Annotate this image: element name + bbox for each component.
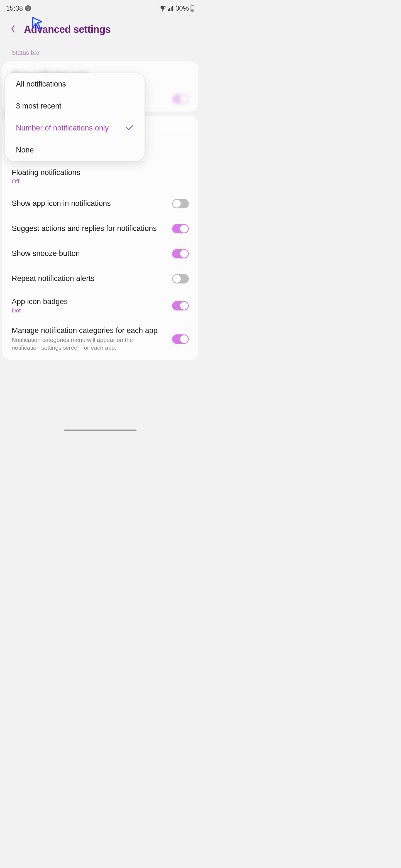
notification-count-badge: 1 xyxy=(25,5,31,11)
row-show-snooze[interactable]: Show snooze button xyxy=(2,241,198,266)
checkmark-icon xyxy=(125,125,134,132)
row-repeat-alerts[interactable]: Repeat notification alerts xyxy=(2,266,198,291)
row-title: Repeat notification alerts xyxy=(12,274,172,283)
row-title: Floating notifications xyxy=(12,168,189,177)
row-description: Notification categories menu will appear… xyxy=(12,336,159,352)
page-header: Advanced settings xyxy=(0,15,200,41)
wifi-icon xyxy=(159,5,166,11)
popup-item-none[interactable]: None xyxy=(5,139,145,161)
row-show-app-icon[interactable]: Show app icon in notifications xyxy=(2,191,198,216)
row-title: Suggest actions and replies for notifica… xyxy=(12,224,172,233)
svg-point-0 xyxy=(162,9,163,10)
system-status-bar: 15:38 1 30% xyxy=(0,0,200,15)
row-app-icon-badges[interactable]: App icon badges Dot xyxy=(2,291,198,320)
row-suggest-actions[interactable]: Suggest actions and replies for notifica… xyxy=(2,216,198,241)
row-manage-categories[interactable]: Manage notification categories for each … xyxy=(2,320,198,360)
popup-item-label: None xyxy=(16,146,34,154)
status-left-group: 15:38 1 xyxy=(6,4,31,12)
battery-percent: 30% xyxy=(175,4,189,12)
toggle-battery-percentage[interactable] xyxy=(172,94,189,104)
row-title: Show snooze button xyxy=(12,249,172,258)
cursor-pointer-icon xyxy=(32,17,44,31)
row-floating-notifications[interactable]: Floating notifications Off xyxy=(2,162,198,191)
svg-rect-2 xyxy=(169,8,170,11)
gesture-nav-bar[interactable] xyxy=(64,430,137,431)
status-time: 15:38 xyxy=(6,4,23,12)
signal-icon xyxy=(168,6,174,11)
toggle-suggest-actions[interactable] xyxy=(172,224,189,234)
popup-item-label: Number of notifications only xyxy=(16,124,109,132)
popup-item-label: 3 most recent xyxy=(16,102,61,111)
svg-rect-4 xyxy=(172,6,173,11)
row-title: App icon badges xyxy=(12,298,172,306)
row-title: Manage notification categories for each … xyxy=(12,326,159,335)
row-subtitle: Off xyxy=(12,178,189,185)
row-subtitle: Dot xyxy=(12,307,172,314)
toggle-show-snooze[interactable] xyxy=(172,249,189,258)
popup-item-3-most-recent[interactable]: 3 most recent xyxy=(5,95,145,117)
battery-icon xyxy=(191,5,194,12)
back-icon[interactable] xyxy=(10,25,16,34)
section-label-status-bar: Status bar xyxy=(0,41,200,59)
svg-rect-3 xyxy=(171,7,172,11)
popup-item-label: All notifications xyxy=(16,80,66,89)
status-right-group: 30% xyxy=(159,4,194,12)
toggle-app-icon-badges[interactable] xyxy=(172,301,189,310)
svg-rect-7 xyxy=(191,9,194,11)
toggle-manage-categories[interactable] xyxy=(172,334,189,344)
toggle-repeat-alerts[interactable] xyxy=(172,274,189,283)
row-title: Show app icon in notifications xyxy=(12,199,172,208)
svg-rect-1 xyxy=(168,9,169,11)
popup-item-all-notifications[interactable]: All notifications xyxy=(5,73,145,95)
popup-item-number-only[interactable]: Number of notifications only xyxy=(5,117,145,139)
toggle-show-app-icon[interactable] xyxy=(172,199,189,208)
dropdown-popup-notification-icons: All notifications 3 most recent Number o… xyxy=(5,73,145,161)
